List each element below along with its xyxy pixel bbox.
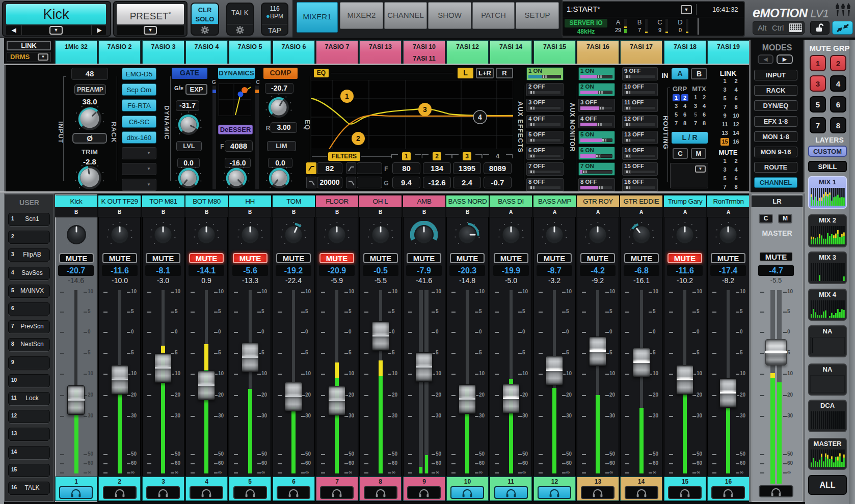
svg-text:3: 3: [423, 105, 427, 114]
svg-text:1: 1: [345, 92, 349, 100]
svg-text:4: 4: [478, 113, 482, 121]
svg-text:2: 2: [356, 134, 360, 143]
